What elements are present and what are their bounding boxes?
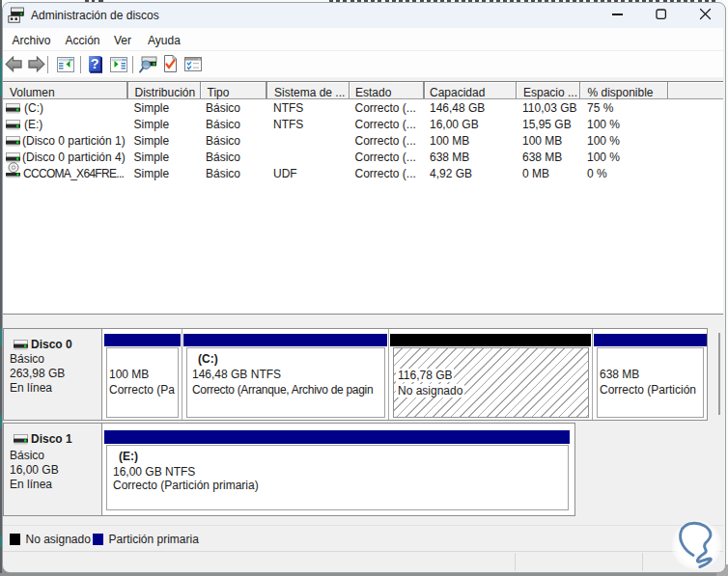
svg-text:?: ?: [90, 56, 98, 71]
